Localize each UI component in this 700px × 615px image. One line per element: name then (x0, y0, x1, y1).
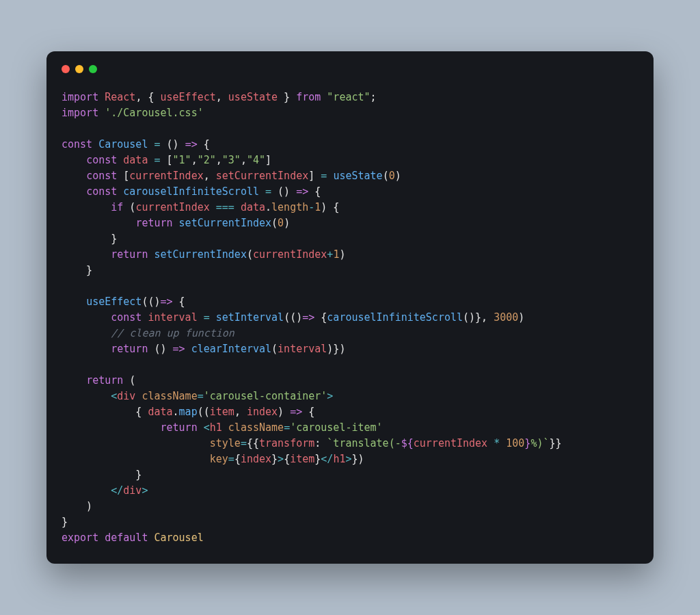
code-token: > (142, 484, 148, 497)
code-token: 'carousel-item' (290, 421, 382, 434)
code-token: } (278, 91, 296, 103)
code-token: {{ (247, 437, 259, 449)
code-line: } (62, 469, 142, 481)
code-token: => (290, 406, 302, 418)
code-token: const (111, 311, 142, 324)
code-token (98, 107, 105, 119)
code-token: const (62, 138, 92, 151)
code-token: => (161, 296, 173, 308)
code-token: [ (117, 170, 129, 182)
code-token: return (161, 421, 198, 434)
code-token: currentIndex (135, 201, 209, 213)
code-token: </ (321, 453, 333, 465)
code-token: , (216, 91, 228, 103)
code-token: } (314, 453, 321, 465)
code-token: * (494, 437, 500, 449)
code-token (500, 437, 506, 449)
code-token: = (228, 453, 234, 465)
code-token: { (234, 453, 241, 465)
code-token: ( (383, 170, 389, 182)
code-line: if (currentIndex === data.length-1) { (62, 201, 339, 213)
code-token (62, 217, 135, 229)
code-token: [ (161, 154, 173, 166)
code-token: = (241, 437, 247, 449)
zoom-icon[interactable] (89, 65, 97, 73)
code-token: ()}, (463, 311, 494, 324)
code-window: import React, { useEffect, useState } fr… (46, 51, 654, 564)
code-token: interval (278, 343, 327, 355)
code-token: < (111, 390, 117, 402)
code-token: : (314, 437, 327, 449)
code-token: Carousel (154, 532, 203, 544)
code-token (185, 343, 191, 355)
code-token: } (271, 453, 278, 465)
code-token: from (296, 91, 321, 103)
code-line: const interval = setInterval(()=> {carou… (62, 311, 524, 324)
code-token: { (308, 185, 321, 198)
code-line: const carouselInfiniteScroll = () => { (62, 185, 321, 198)
code-token: - (308, 201, 314, 213)
code-token (62, 248, 111, 261)
code-token: if (111, 201, 123, 213)
code-token: export (62, 532, 98, 544)
code-token: < (204, 421, 210, 434)
code-token: = (321, 170, 327, 182)
code-token: item (210, 406, 234, 418)
code-token: setCurrentIndex (216, 170, 308, 182)
code-token: 3000 (494, 311, 518, 324)
code-token (98, 91, 105, 103)
code-token (259, 185, 265, 198)
code-block: import React, { useEffect, useState } fr… (62, 90, 638, 546)
code-token: => (185, 138, 198, 151)
code-token: %)` (530, 437, 549, 449)
code-line: useEffect(()=> { (62, 296, 185, 308)
code-token (62, 170, 86, 182)
code-line: return setCurrentIndex(0) (62, 217, 290, 229)
code-token: , (216, 154, 222, 166)
code-line: <div className='carousel-container'> (62, 390, 333, 402)
code-token: )}) (327, 343, 345, 355)
code-token: const (86, 170, 117, 182)
code-token: carouselInfiniteScroll (123, 185, 259, 198)
code-token: = (198, 390, 204, 402)
code-token: , (191, 154, 198, 166)
code-token (98, 532, 105, 544)
code-token: currentIndex (253, 248, 327, 261)
code-line: return <h1 className='carousel-item' (62, 421, 383, 434)
code-token: () (148, 343, 172, 355)
code-token: className (142, 390, 197, 402)
code-token: 1 (314, 201, 321, 213)
code-token (198, 311, 204, 324)
code-token (234, 201, 241, 213)
code-token: ] (308, 170, 321, 182)
code-token: "2" (198, 154, 216, 166)
code-token: ) (339, 248, 345, 261)
code-token: }} (549, 437, 561, 449)
code-token: `translate(- (327, 437, 401, 449)
code-token: === (216, 201, 234, 213)
code-token (62, 421, 161, 434)
code-token (92, 138, 98, 151)
code-token (173, 217, 179, 229)
code-line: // clean up function (62, 327, 234, 339)
code-token: 0 (389, 170, 395, 182)
code-token (62, 374, 86, 387)
code-token: }) (351, 453, 364, 465)
code-token: className (228, 421, 284, 434)
code-token: } (62, 264, 92, 276)
code-token: ( (123, 201, 135, 213)
code-token (198, 421, 204, 434)
code-token: data (241, 201, 265, 213)
minimize-icon[interactable] (75, 65, 83, 73)
code-token: () (161, 138, 185, 151)
code-token (62, 453, 210, 465)
code-token: </ (111, 484, 123, 497)
code-token: ) (278, 406, 290, 418)
code-token (62, 437, 210, 449)
code-token: . (173, 406, 179, 418)
code-token (487, 437, 494, 449)
code-token (62, 296, 86, 308)
code-line: const data = ["1","2","3","4"] (62, 154, 271, 166)
close-icon[interactable] (62, 65, 70, 73)
code-token: h1 (210, 421, 222, 434)
